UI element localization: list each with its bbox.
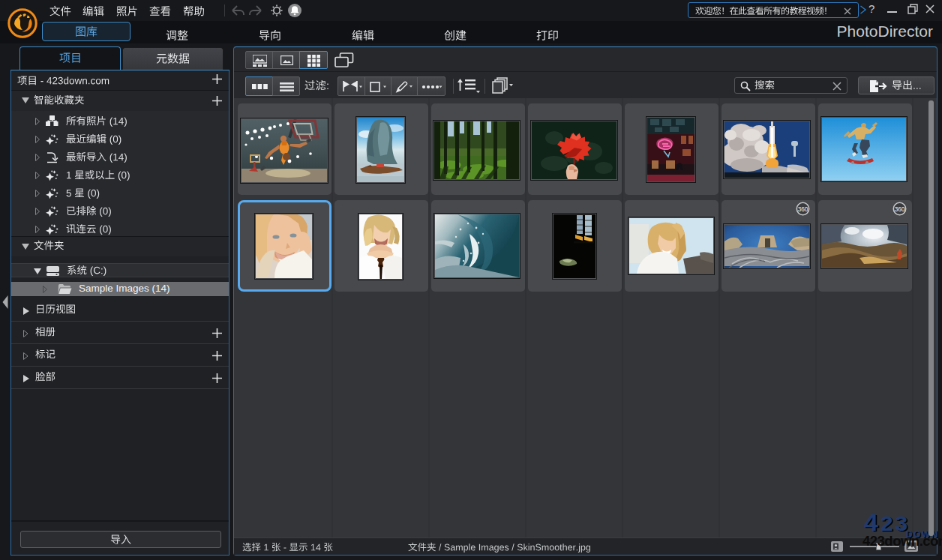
svg-text:360: 360 [895, 206, 905, 213]
svg-text:360: 360 [798, 206, 808, 213]
